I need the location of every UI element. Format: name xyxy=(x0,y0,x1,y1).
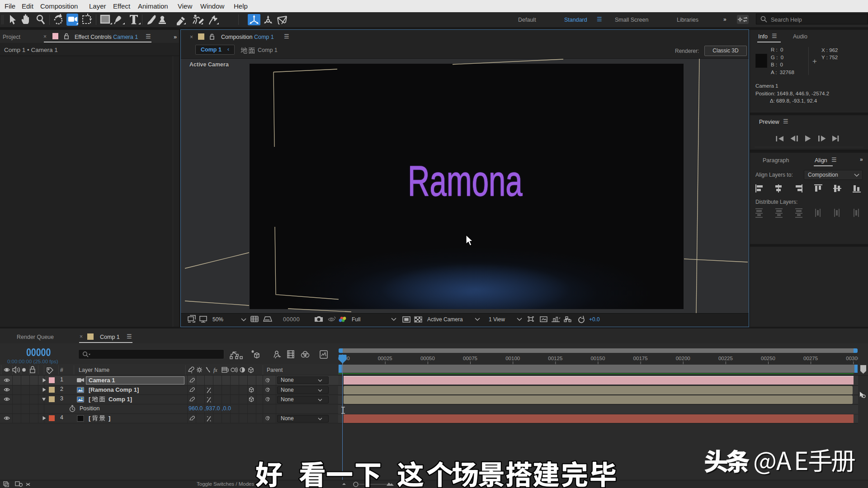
svg-text:00275: 00275 xyxy=(803,356,818,361)
svg-text:fx: fx xyxy=(213,367,217,373)
svg-text:00225: 00225 xyxy=(718,356,733,361)
svg-text:Layer Name: Layer Name xyxy=(79,367,109,373)
svg-text:00300: 00300 xyxy=(846,356,858,361)
svg-text:00175: 00175 xyxy=(633,356,648,361)
svg-text:00125: 00125 xyxy=(548,356,562,361)
svg-text:00150: 00150 xyxy=(590,356,605,361)
svg-text:Parent: Parent xyxy=(267,367,283,373)
svg-text:00050: 00050 xyxy=(420,356,435,361)
svg-text:00025: 00025 xyxy=(378,356,392,361)
svg-text:#: # xyxy=(60,367,63,373)
svg-text:00200: 00200 xyxy=(676,356,690,361)
svg-text:00100: 00100 xyxy=(505,356,520,361)
svg-text:00075: 00075 xyxy=(463,356,477,361)
svg-text:00250: 00250 xyxy=(761,356,775,361)
